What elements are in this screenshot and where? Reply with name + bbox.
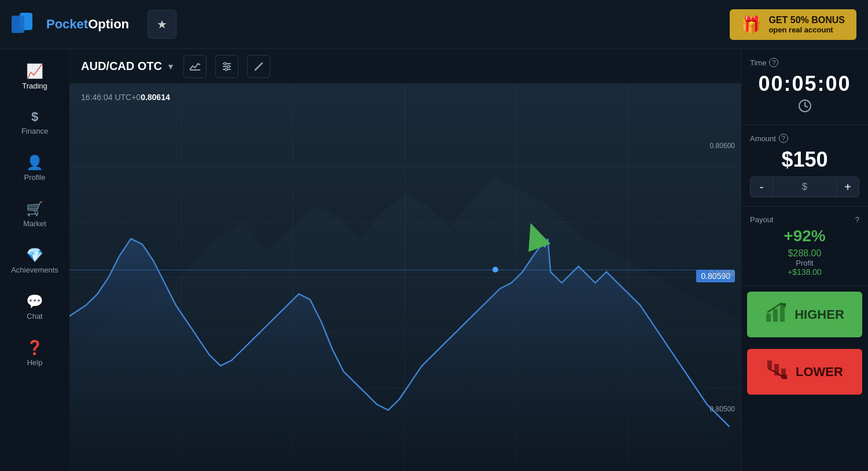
sidebar-label-help: Help <box>27 358 43 367</box>
chart-price-value: 0.80614 <box>141 93 170 102</box>
sidebar-item-finance[interactable]: $ Finance <box>0 101 69 143</box>
higher-icon <box>765 302 786 327</box>
sidebar-label-trading: Trading <box>22 82 47 90</box>
trading-icon: 📈 <box>26 63 43 79</box>
profile-icon: 👤 <box>26 154 43 171</box>
payout-percent: +92% <box>750 227 859 245</box>
help-icon: ❓ <box>26 340 43 356</box>
profit-label: Profit <box>750 259 859 267</box>
logo-area: PocketOption ★ <box>12 10 176 39</box>
svg-rect-29 <box>780 304 785 322</box>
payout-help-icon[interactable]: ? <box>855 215 859 224</box>
chart-type-icon <box>189 61 201 72</box>
market-icon: 🛒 <box>26 201 43 217</box>
pair-label: AUD/CAD OTC <box>81 60 162 73</box>
chart-background <box>69 84 741 471</box>
price-scale-high: 0.80600 <box>710 142 735 150</box>
amount-help-icon[interactable]: ? <box>779 134 788 143</box>
svg-point-8 <box>227 65 230 68</box>
svg-rect-28 <box>773 309 778 322</box>
chart-toolbar: AUD/CAD OTC ▼ <box>69 49 741 84</box>
sidebar-label-chat: Chat <box>27 312 42 321</box>
sidebar-item-market[interactable]: 🛒 Market <box>0 193 69 236</box>
time-help-icon[interactable]: ? <box>769 58 778 67</box>
svg-marker-23 <box>520 219 550 252</box>
sidebar-label-achievements: Achievements <box>11 266 58 274</box>
draw-icon <box>253 61 264 72</box>
logo-icon <box>12 13 39 36</box>
sidebar-label-profile: Profile <box>24 173 46 182</box>
payout-section: Payout ? +92% $288.00 Profit +$138.00 <box>741 207 868 286</box>
settings-icon <box>221 61 233 72</box>
amount-decrease-button[interactable]: - <box>750 176 773 197</box>
pair-selector[interactable]: AUD/CAD OTC ▼ <box>81 60 175 73</box>
amount-section: Amount ? $150 - $ + <box>741 125 868 207</box>
time-section: Time ? 00:05:00 <box>741 49 868 125</box>
svg-rect-27 <box>766 314 771 322</box>
amount-display: $150 <box>750 148 859 172</box>
sidebar-item-help[interactable]: ❓ Help <box>0 332 69 375</box>
lower-button[interactable]: LOWER <box>747 349 862 395</box>
higher-button[interactable]: HIGHER <box>747 292 862 337</box>
payout-label: Payout ? <box>750 215 859 224</box>
price-line <box>69 270 706 270</box>
amount-label: Amount ? <box>750 134 859 143</box>
main-layout: 📈 Trading $ Finance 👤 Profile 🛒 Market 💎… <box>0 49 868 471</box>
pair-dropdown-arrow: ▼ <box>167 62 175 71</box>
bonus-title: GET 50% BONUS <box>768 15 845 25</box>
draw-button[interactable] <box>247 55 270 78</box>
gift-icon: 🎁 <box>741 15 762 34</box>
bonus-button[interactable]: 🎁 GET 50% BONUS open real account <box>730 9 856 40</box>
price-dot <box>492 267 498 273</box>
price-scale-mid: 0.80550 <box>710 270 735 278</box>
achievements-icon: 💎 <box>26 247 43 263</box>
svg-rect-2 <box>12 16 24 33</box>
amount-controls: - $ + <box>750 176 859 197</box>
svg-point-9 <box>225 68 227 71</box>
payout-amount: $288.00 <box>750 248 859 259</box>
sidebar-item-trading[interactable]: 📈 Trading <box>0 55 69 98</box>
logo-text: PocketOption <box>46 17 129 32</box>
sidebar-label-market: Market <box>23 219 46 228</box>
settings-button[interactable] <box>215 55 238 78</box>
chart-area: AUD/CAD OTC ▼ <box>69 49 741 471</box>
amount-currency-label: $ <box>773 176 836 197</box>
bonus-subtitle: open real account <box>768 25 845 34</box>
profit-value: +$138.00 <box>750 267 859 277</box>
price-scale-low: 0.80500 <box>710 405 735 413</box>
svg-point-7 <box>224 62 226 65</box>
chat-icon: 💬 <box>26 293 43 310</box>
lower-label: LOWER <box>796 365 843 380</box>
favorites-button[interactable]: ★ <box>148 10 176 39</box>
chart-type-button[interactable] <box>183 55 207 78</box>
sidebar-item-profile[interactable]: 👤 Profile <box>0 146 69 190</box>
sidebar-item-chat[interactable]: 💬 Chat <box>0 285 69 329</box>
right-panel: Time ? 00:05:00 Amount ? $150 - $ <box>741 49 868 471</box>
higher-label: HIGHER <box>795 307 844 322</box>
svg-rect-31 <box>767 360 772 369</box>
sidebar-label-finance: Finance <box>21 127 48 135</box>
time-label: Time ? <box>750 58 859 67</box>
clock-icon[interactable] <box>750 99 859 116</box>
time-display: 00:05:00 <box>750 72 859 96</box>
lower-icon <box>766 359 787 384</box>
header: PocketOption ★ 🎁 GET 50% BONUS open real… <box>0 0 868 49</box>
chart-canvas[interactable]: 16:46:04 UTC+00.80614 0.80590 0.80600 0.… <box>69 84 741 471</box>
svg-line-10 <box>255 63 262 70</box>
finance-icon: $ <box>31 109 38 124</box>
sidebar: 📈 Trading $ Finance 👤 Profile 🛒 Market 💎… <box>0 49 69 471</box>
sidebar-item-achievements[interactable]: 💎 Achievements <box>0 239 69 282</box>
chart-timestamp: 16:46:04 UTC+00.80614 <box>81 93 170 102</box>
svg-line-26 <box>805 106 807 107</box>
amount-increase-button[interactable]: + <box>836 176 859 197</box>
svg-rect-3 <box>190 69 200 71</box>
